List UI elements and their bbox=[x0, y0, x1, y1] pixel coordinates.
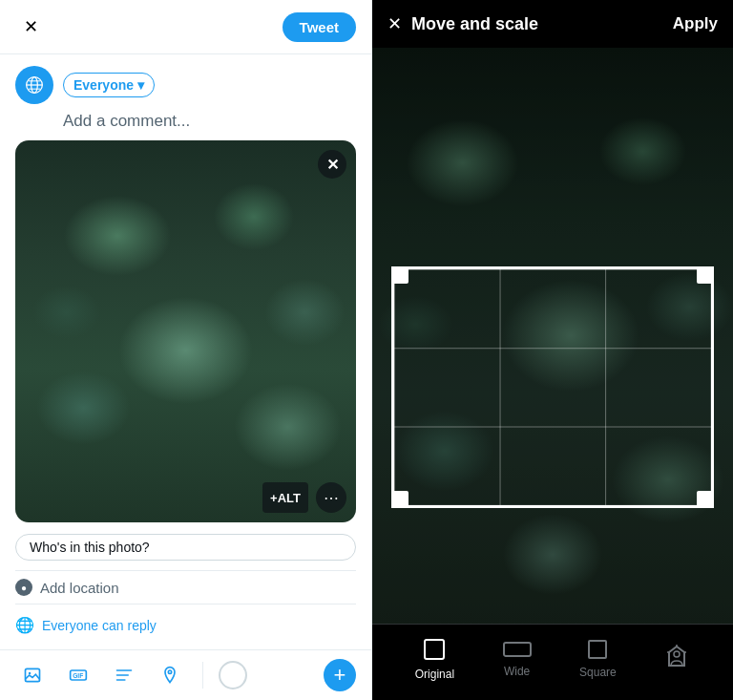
add-poll-button[interactable] bbox=[107, 658, 141, 692]
original-crop-icon bbox=[421, 636, 448, 663]
close-x-icon: ✕ bbox=[387, 13, 402, 34]
compose-close-button[interactable]: ✕ bbox=[15, 11, 46, 42]
image-remove-button[interactable]: ✕ bbox=[318, 150, 346, 179]
audience-label: Everyone bbox=[73, 77, 134, 93]
gif-icon: GIF bbox=[69, 666, 88, 685]
reply-setting-row[interactable]: 🌐 Everyone can reply bbox=[15, 612, 356, 638]
compose-body: Everyone ▾ Add a comment... ✕ +ALT ⋯ bbox=[0, 54, 371, 649]
location-label: Add location bbox=[40, 580, 119, 596]
crop-option-wide[interactable]: Wide bbox=[502, 639, 533, 678]
location-pin-icon: ● bbox=[15, 579, 32, 596]
compose-panel: ✕ Tweet Everyone ▾ Add bbox=[0, 0, 372, 700]
svg-text:GIF: GIF bbox=[73, 672, 83, 679]
image-actions: +ALT ⋯ bbox=[262, 482, 346, 513]
crop-option-square[interactable]: Square bbox=[579, 638, 617, 679]
compose-footer: GIF + bbox=[0, 649, 371, 700]
reply-label: Everyone can reply bbox=[42, 618, 157, 633]
apply-button[interactable]: Apply bbox=[673, 14, 718, 33]
image-icon bbox=[23, 666, 42, 685]
plus-icon: + bbox=[334, 665, 346, 686]
square-crop-icon bbox=[586, 638, 609, 661]
audience-selector[interactable]: Everyone ▾ bbox=[63, 73, 155, 97]
poll-icon bbox=[115, 666, 134, 685]
crop-handle-bottom-right[interactable] bbox=[697, 491, 714, 508]
svg-point-12 bbox=[168, 670, 171, 673]
chevron-down-icon: ▾ bbox=[137, 77, 144, 93]
svg-rect-14 bbox=[504, 643, 531, 656]
crop-handle-bottom-left[interactable] bbox=[391, 491, 408, 508]
svg-rect-13 bbox=[425, 640, 444, 659]
footer-divider bbox=[202, 662, 203, 689]
add-location-button[interactable] bbox=[153, 658, 187, 692]
alt-text-button[interactable]: +ALT bbox=[262, 482, 308, 513]
crop-handle-top-left[interactable] bbox=[391, 266, 408, 284]
add-tweet-button[interactable]: + bbox=[324, 659, 356, 691]
svg-point-16 bbox=[674, 651, 680, 657]
thread-circle-button[interactable] bbox=[219, 661, 247, 689]
location-row[interactable]: ● Add location bbox=[15, 570, 356, 605]
comment-input[interactable]: Add a comment... bbox=[63, 112, 356, 131]
add-gif-button[interactable]: GIF bbox=[61, 658, 95, 692]
crop-options-bar: Original Wide Square bbox=[372, 624, 733, 700]
user-row: Everyone ▾ bbox=[15, 66, 356, 104]
globe-icon: 🌐 bbox=[15, 616, 34, 634]
wide-crop-icon bbox=[502, 639, 533, 660]
attached-image: ✕ +ALT ⋯ bbox=[15, 140, 356, 522]
avatar bbox=[15, 66, 53, 104]
crop-close-button[interactable]: ✕ Move and scale bbox=[387, 13, 538, 34]
svg-rect-5 bbox=[26, 668, 40, 681]
tag-photo-button[interactable]: Who's in this photo? bbox=[15, 534, 356, 561]
crop-header: ✕ Move and scale Apply bbox=[372, 0, 733, 48]
crop-option-custom[interactable] bbox=[663, 643, 690, 674]
wide-label: Wide bbox=[504, 665, 530, 678]
image-preview bbox=[15, 140, 356, 522]
svg-rect-15 bbox=[589, 641, 606, 658]
svg-point-6 bbox=[29, 672, 31, 675]
compose-header: ✕ Tweet bbox=[0, 0, 371, 54]
crop-title: Move and scale bbox=[411, 14, 538, 34]
location-icon bbox=[160, 666, 179, 685]
crop-canvas[interactable] bbox=[372, 48, 733, 624]
crop-panel: ✕ Move and scale Apply Original bbox=[372, 0, 733, 700]
close-icon: ✕ bbox=[24, 16, 38, 37]
avatar-globe-icon bbox=[25, 75, 44, 95]
square-label: Square bbox=[579, 666, 617, 679]
more-dots-icon: ⋯ bbox=[324, 489, 339, 507]
custom-crop-icon bbox=[663, 643, 690, 669]
image-more-button[interactable]: ⋯ bbox=[316, 482, 346, 513]
crop-handle-top-right[interactable] bbox=[697, 266, 714, 284]
succulent-image bbox=[15, 140, 356, 522]
original-label: Original bbox=[415, 668, 454, 681]
crop-option-original[interactable]: Original bbox=[415, 636, 454, 681]
add-image-button[interactable] bbox=[15, 658, 50, 692]
tweet-button[interactable]: Tweet bbox=[283, 12, 356, 42]
crop-selection-box[interactable] bbox=[391, 266, 714, 508]
remove-icon: ✕ bbox=[326, 156, 339, 174]
